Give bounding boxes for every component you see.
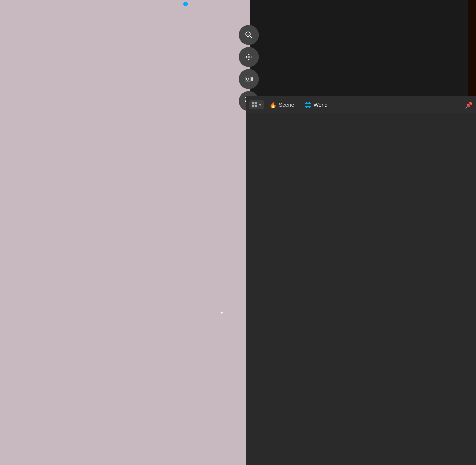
svg-rect-15 <box>255 105 257 107</box>
properties-panel: ▾ 🔥 Scene 🌐 World 📌 <box>246 96 476 465</box>
world-tab-icon: 🌐 <box>304 102 311 108</box>
svg-rect-12 <box>252 102 255 105</box>
svg-line-1 <box>250 36 252 38</box>
scene-tab-icon: 🔥 <box>269 102 277 108</box>
mouse-cursor <box>221 312 226 317</box>
blue-dot-indicator <box>183 2 188 6</box>
grid-vertical <box>125 0 125 465</box>
properties-tab-bar: ▾ 🔥 Scene 🌐 World 📌 <box>246 96 476 115</box>
world-tab-label: World <box>314 102 328 108</box>
svg-marker-6 <box>251 76 253 82</box>
svg-rect-4 <box>248 56 250 58</box>
viewport[interactable] <box>0 0 250 465</box>
svg-point-7 <box>246 78 249 80</box>
tab-world[interactable]: 🌐 World <box>300 99 332 111</box>
svg-rect-14 <box>252 105 255 107</box>
pin-icon[interactable]: 📌 <box>465 101 473 109</box>
svg-rect-5 <box>245 77 251 81</box>
tab-scene[interactable]: 🔥 Scene <box>265 99 298 111</box>
scene-tab-label: Scene <box>279 102 294 108</box>
zoom-tool-button[interactable] <box>239 25 259 45</box>
camera-tool-button[interactable] <box>239 69 259 89</box>
pan-tool-button[interactable] <box>239 47 259 67</box>
panel-type-selector[interactable]: ▾ <box>249 100 264 109</box>
svg-rect-13 <box>255 102 257 105</box>
